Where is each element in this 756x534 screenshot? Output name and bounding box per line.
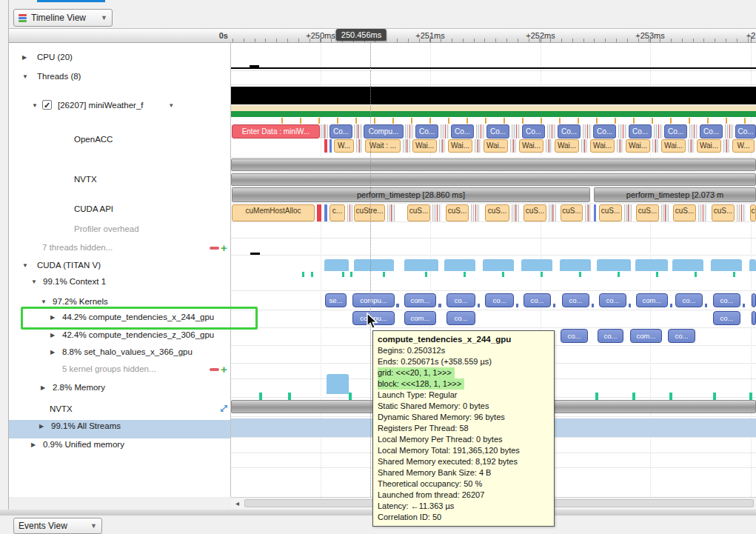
expand-arrow-icon[interactable]: ▶ [50, 346, 55, 358]
tree-item-miniweather-thread[interactable]: ▼✓[26207] miniWeather_f▾ [9, 99, 231, 112]
tree-item-nvtx-cuda[interactable]: NVTX [9, 403, 231, 415]
expand-arrow-icon[interactable]: ▶ [41, 381, 45, 394]
event-block[interactable]: cuS... [636, 204, 659, 221]
event-block[interactable]: co... [446, 311, 475, 325]
event-block[interactable]: Co... [735, 124, 756, 138]
expand-hidden-rows-icon[interactable]: + [221, 363, 227, 376]
expand-arrow-icon[interactable]: ▶ [50, 329, 55, 341]
event-block[interactable]: com... [404, 293, 436, 307]
event-block[interactable]: Co... [700, 124, 723, 138]
event-block[interactable]: Wai... [412, 139, 437, 153]
event-block[interactable]: cuS... [599, 204, 622, 221]
event-block[interactable]: Co... [330, 124, 352, 138]
event-block[interactable] [752, 293, 756, 307]
tree-item-nvtx-thread[interactable]: NVTX [9, 173, 231, 186]
range-bar[interactable]: perform_timestep [2.073 m [594, 187, 756, 202]
event-block[interactable]: co... [713, 293, 740, 307]
event-block[interactable]: c [750, 204, 756, 221]
event-block[interactable]: co... [599, 293, 626, 307]
event-block[interactable]: Co... [629, 124, 652, 138]
event-block[interactable]: co... [598, 329, 623, 343]
event-block[interactable]: cuS... [407, 204, 430, 221]
event-block[interactable]: Co... [593, 124, 616, 138]
event-block[interactable]: Co... [558, 124, 581, 138]
tree-item-profiler-overhead[interactable]: Profiler overhead [9, 223, 231, 236]
event-block[interactable]: co... [668, 329, 695, 343]
collapse-hidden-rows-icon[interactable] [210, 247, 219, 250]
event-block[interactable]: Wai... [661, 139, 686, 153]
event-block[interactable]: cuS... [712, 204, 735, 221]
event-block[interactable]: co... [485, 293, 514, 307]
tree-item-threads-hidden[interactable]: 7 threads hidden...+ [9, 241, 231, 254]
tree-item-cuda-titan-v[interactable]: ▼CUDA (TITAN V) [9, 259, 231, 272]
expand-arrow-icon[interactable]: ▶ [31, 438, 36, 451]
event-block[interactable]: W... [334, 139, 354, 153]
event-block[interactable]: cuStre... [354, 204, 385, 221]
tree-item-cpu[interactable]: ▶CPU (20) [9, 51, 231, 64]
event-block[interactable]: cuS... [561, 204, 583, 221]
event-block[interactable]: Enter Data : miniW... [232, 124, 320, 138]
event-block[interactable]: Wai... [484, 139, 508, 153]
collapse-arrow-icon[interactable]: ▼ [31, 276, 37, 288]
expand-hidden-rows-icon[interactable]: + [221, 241, 227, 254]
timeline-view-selector[interactable]: Timeline View ▼ [13, 9, 113, 27]
range-bar[interactable]: perform_timestep [28.860 ms] [232, 187, 590, 202]
expand-arrow-icon[interactable]: ▶ [22, 51, 27, 64]
event-block[interactable]: co... [675, 293, 703, 307]
thread-options-caret-icon[interactable]: ▾ [170, 99, 173, 112]
range-bar[interactable] [231, 173, 756, 186]
event-block[interactable]: Co... [486, 124, 509, 138]
event-block[interactable]: co... [446, 293, 475, 307]
collapse-arrow-icon[interactable]: ▼ [32, 99, 38, 112]
event-block[interactable]: co... [561, 329, 588, 343]
expand-arrow-icon[interactable]: ▶ [39, 420, 44, 433]
tree-item-all-streams[interactable]: ▶99.1% All Streams [9, 420, 231, 433]
tree-item-threads[interactable]: ▼Threads (8) [9, 70, 231, 83]
event-block[interactable]: Co... [451, 124, 474, 138]
range-bar[interactable] [231, 158, 756, 171]
tree-item-openacc[interactable]: OpenACC [9, 133, 231, 146]
event-block[interactable]: com... [630, 329, 662, 343]
event-block[interactable] [752, 311, 756, 325]
tree-item-cuda-api[interactable]: CUDA API [9, 203, 231, 216]
tree-item-kernel-groups-hidden[interactable]: 5 kernel groups hidden...+ [9, 363, 231, 376]
event-block[interactable]: co... [713, 311, 740, 325]
event-block[interactable]: Wai... [555, 139, 579, 153]
sep-mark [471, 204, 480, 221]
expand-row-icon[interactable] [219, 404, 229, 417]
event-block[interactable]: compu... [352, 293, 395, 307]
event-block[interactable]: co... [523, 293, 551, 307]
event-block[interactable]: cuMemHostAlloc [232, 204, 315, 221]
event-block[interactable]: c... [330, 204, 345, 221]
collapse-arrow-icon[interactable]: ▼ [22, 70, 28, 83]
scroll-left-arrow-icon[interactable]: ◂ [233, 498, 242, 508]
thread-checkbox[interactable]: ✓ [42, 100, 52, 110]
event-block[interactable]: Co... [522, 124, 545, 138]
event-block[interactable]: Co... [415, 124, 438, 138]
row-separator [231, 290, 756, 291]
event-block[interactable]: se... [325, 293, 347, 307]
collapse-arrow-icon[interactable]: ▼ [22, 259, 28, 272]
tree-item-compute-tendencies-z[interactable]: ▶42.4% compute_tendencies_z_306_gpu [9, 329, 231, 341]
event-block[interactable]: Wai... [448, 139, 472, 153]
tree-item-set-halo-values[interactable]: ▶8.8% set_halo_values_x_366_gpu [9, 346, 231, 358]
event-block[interactable]: Wai... [519, 139, 543, 153]
tree-item-context-1[interactable]: ▼99.1% Context 1 [9, 276, 231, 288]
sep-mark [617, 139, 623, 153]
event-block[interactable]: com... [636, 293, 668, 307]
collapse-hidden-rows-icon[interactable] [210, 368, 219, 371]
event-block[interactable]: W... [732, 139, 755, 153]
event-block[interactable]: cuS... [673, 204, 696, 221]
events-view-selector[interactable]: Events View ▼ [13, 518, 102, 534]
event-block[interactable]: cuS... [523, 204, 546, 221]
event-block[interactable]: cuS... [446, 204, 469, 221]
event-block[interactable]: Co... [664, 124, 687, 138]
event-block[interactable]: Wai... [626, 139, 650, 153]
event-block[interactable]: com... [404, 311, 436, 325]
event-block[interactable]: cuS... [485, 204, 509, 221]
tree-item-memory[interactable]: ▶2.8% Memory [9, 381, 231, 394]
event-block[interactable]: Wai... [697, 139, 721, 153]
event-block[interactable]: co... [562, 293, 589, 307]
tree-item-unified-memory[interactable]: ▶0.9% Unified memory [9, 438, 231, 451]
event-block[interactable]: Wai... [590, 139, 615, 153]
